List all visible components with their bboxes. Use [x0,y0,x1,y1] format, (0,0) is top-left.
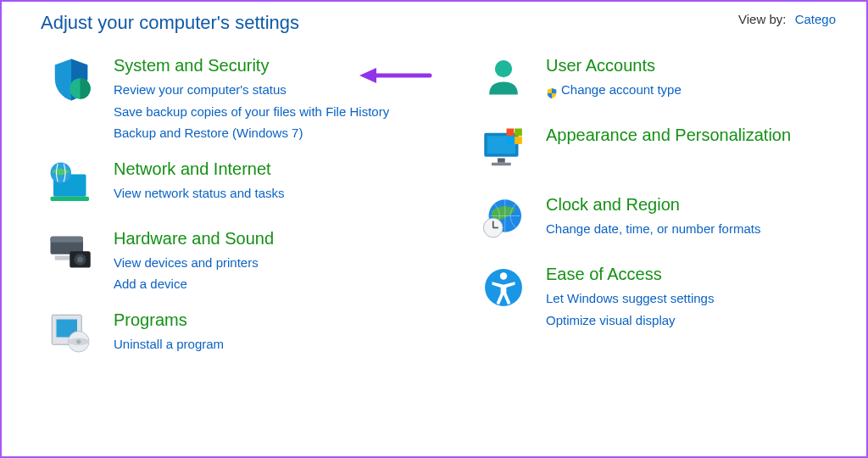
link-change-account-type-text: Change account type [561,79,682,101]
programs-icon [44,310,98,365]
category-title-ease-of-access[interactable]: Ease of Access [546,265,662,284]
category-ease-of-access: Ease of Access Let Windows suggest setti… [476,265,849,331]
view-by-label: View by: [738,12,786,26]
link-review-status[interactable]: Review your computer's status [114,79,434,101]
svg-rect-24 [507,137,515,144]
link-add-device[interactable]: Add a device [114,273,434,295]
category-programs: Programs Uninstall a program [44,310,434,365]
clock-globe-icon [476,195,531,249]
category-title-hardware[interactable]: Hardware and Sound [114,229,274,249]
link-uninstall-program[interactable]: Uninstall a program [114,333,434,355]
svg-rect-4 [51,196,90,200]
link-file-history[interactable]: Save backup copies of your files with Fi… [114,101,434,123]
link-optimize-display[interactable]: Optimize visual display [546,310,849,332]
link-backup-restore[interactable]: Backup and Restore (Windows 7) [114,122,434,144]
link-suggest-settings[interactable]: Let Windows suggest settings [546,288,849,310]
uac-shield-icon [546,84,558,96]
svg-rect-21 [492,163,511,166]
category-network-and-internet: Network and Internet View network status… [44,159,434,214]
link-network-status[interactable]: View network status and tasks [114,182,434,204]
category-title-user-accounts[interactable]: User Accounts [546,56,655,75]
svg-rect-25 [515,137,522,144]
category-title-clock-region[interactable]: Clock and Region [546,195,680,215]
svg-rect-23 [515,129,522,137]
category-appearance: Appearance and Personalization [476,126,849,180]
svg-rect-7 [51,236,84,242]
user-icon [476,56,531,110]
accessibility-icon [476,265,531,319]
category-title-network[interactable]: Network and Internet [114,159,271,179]
svg-rect-20 [498,159,505,163]
category-title-system-and-security[interactable]: System and Security [114,56,269,75]
monitor-icon [476,126,531,180]
hardware-icon [44,229,98,283]
link-change-account-type[interactable]: Change account type [546,79,849,101]
svg-rect-22 [507,129,515,137]
category-title-programs[interactable]: Programs [114,310,187,330]
category-clock-region: Clock and Region Change date, time, or n… [476,195,849,249]
link-change-date-time[interactable]: Change date, time, or number formats [546,218,849,240]
svg-point-31 [500,272,507,279]
network-icon [44,159,98,214]
link-devices-printers[interactable]: View devices and printers [114,252,434,274]
page-title: Adjust your computer's settings [41,12,299,34]
view-by-control[interactable]: View by: Catego [738,12,836,26]
svg-point-16 [76,339,81,344]
category-system-and-security: System and Security Review your computer… [44,56,434,144]
category-title-appearance[interactable]: Appearance and Personalization [546,126,791,145]
category-user-accounts: User Accounts Change account type [476,56,849,110]
shield-icon [44,56,98,110]
svg-point-11 [77,256,83,262]
category-hardware-and-sound: Hardware and Sound View devices and prin… [44,229,434,295]
svg-point-17 [495,60,512,77]
view-by-value[interactable]: Catego [795,12,836,26]
